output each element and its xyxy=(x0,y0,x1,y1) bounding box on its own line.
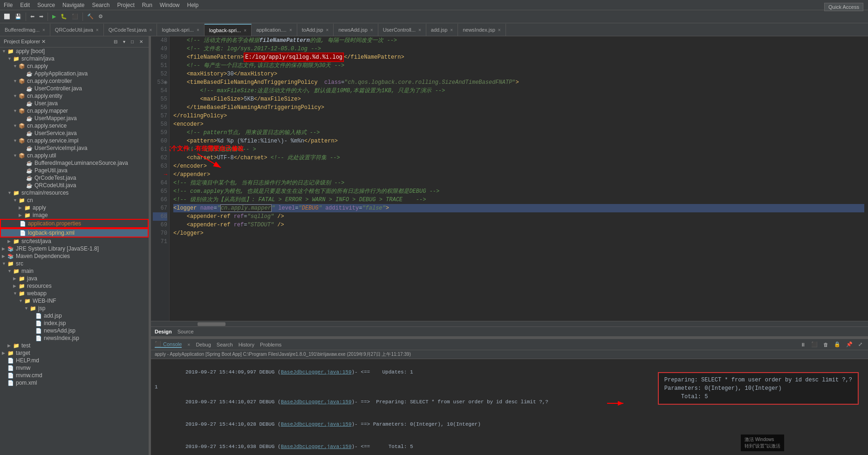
tab-design[interactable]: Design xyxy=(155,329,172,334)
horizontal-scrollbar[interactable] xyxy=(151,321,868,326)
tab-application[interactable]: application.... × xyxy=(252,24,297,36)
tab-console[interactable]: ⬛ Console xyxy=(155,341,182,348)
close-icon[interactable]: × xyxy=(244,28,246,33)
tree-item-newsindexjsp[interactable]: 📄 newsIndex.jsp xyxy=(0,334,149,342)
console-pin-btn[interactable]: 📌 xyxy=(844,340,854,348)
sidebar-close-btn[interactable]: □ xyxy=(129,38,136,45)
tree-item-usermapper[interactable]: ☕ UserMapper.java xyxy=(0,115,149,122)
tree-item-mvnwcmd[interactable]: 📄 mvnw.cmd xyxy=(0,372,149,379)
tree-item-webapp[interactable]: ▼ 📁 webapp xyxy=(0,290,149,297)
close-icon[interactable]: × xyxy=(197,27,199,33)
toolbar-btn-debug[interactable]: 🐛 xyxy=(59,13,69,20)
menu-search[interactable]: Search xyxy=(88,2,113,8)
tree-item-resources2[interactable]: ▶ 📁 resources xyxy=(0,282,149,290)
tree-item-entity[interactable]: ▼ 📦 cn.apply.entity xyxy=(0,92,149,100)
tree-item-user[interactable]: ☕ User.java xyxy=(0,100,149,107)
tab-source[interactable]: Source xyxy=(178,329,194,334)
tree-item-testjava[interactable]: ▶ 📁 src/test/java xyxy=(0,238,149,245)
tree-item-apply-res[interactable]: ▶ 📁 apply xyxy=(0,204,149,211)
tab-logback2[interactable]: logback-spri... × xyxy=(205,24,252,36)
menu-source[interactable]: Source xyxy=(34,2,59,8)
tree-item-java2[interactable]: ▶ 📁 java xyxy=(0,275,149,282)
tree-item-usercontroller[interactable]: ☕ UserController.java xyxy=(0,85,149,92)
menu-help[interactable]: Help xyxy=(184,2,203,8)
tab-newsadd[interactable]: newsAdd.jsp × xyxy=(334,24,378,36)
menu-navigate[interactable]: Navigate xyxy=(59,2,88,8)
tree-item-resources[interactable]: ▼ 📁 src/main/resources xyxy=(0,189,149,197)
tree-item-cn[interactable]: ▼ 📁 cn xyxy=(0,197,149,204)
code-editor[interactable]: 48 49 50 51 52 53◉ 54 55 56 57 58 59 60 … xyxy=(151,36,868,326)
tree-item-buffered[interactable]: ☕ BufferedImageLuminanceSource.java xyxy=(0,159,149,167)
toolbar-btn-stop[interactable]: ⬛ xyxy=(70,13,80,20)
tree-item-userserviceimpl[interactable]: ☕ UserServiceImpl.java xyxy=(0,144,149,152)
toolbar-btn-1[interactable]: ⬜ xyxy=(2,13,12,20)
console-stop-btn[interactable]: ⬛ xyxy=(809,340,820,348)
tree-item-helpmd[interactable]: 📄 HELP.md xyxy=(0,357,149,364)
tree-item-src[interactable]: ▼ 📁 src xyxy=(0,260,149,267)
toolbar-btn-run[interactable]: ▶ xyxy=(50,13,58,20)
close-icon[interactable]: × xyxy=(96,27,99,33)
menu-window[interactable]: Window xyxy=(156,2,184,8)
tree-item-mapper[interactable]: ▼ 📦 cn.apply.mapper xyxy=(0,107,149,115)
tree-item-pomxml[interactable]: 📄 pom.xml xyxy=(0,379,149,387)
console-link[interactable]: BaseJdbcLogger.java:159 xyxy=(281,444,352,449)
tab-newsindex[interactable]: newsIndex.jsp × xyxy=(458,24,506,36)
close-icon[interactable]: × xyxy=(150,27,152,33)
tree-item-util[interactable]: ▼ 📦 cn.apply.util xyxy=(0,152,149,159)
tab-debug[interactable]: Debug xyxy=(196,342,211,347)
tree-item-appprops[interactable]: 📄 application.properties xyxy=(0,219,149,228)
tree-item-cnapply[interactable]: ▼ 📦 cn.apply xyxy=(0,62,149,70)
tree-item-pageutil[interactable]: ☕ PageUtil.java xyxy=(0,167,149,174)
close-icon[interactable]: × xyxy=(450,27,453,33)
toolbar-btn-3[interactable]: ⬅ xyxy=(28,13,36,20)
console-link[interactable]: BaseJdbcLogger.java:159 xyxy=(281,369,352,375)
tree-item-srcmainjava[interactable]: ▼ 📁 src/main/java xyxy=(0,55,149,62)
tree-item-jsp[interactable]: ▼ 📁 jsp xyxy=(0,305,149,312)
tab-logback1[interactable]: logback-spri... × xyxy=(157,24,204,36)
tree-item-qrcodetest[interactable]: ☕ QrCodeTest.java xyxy=(0,174,149,182)
tree-item-service[interactable]: ▼ 📦 cn.apply.service xyxy=(0,122,149,129)
menu-project[interactable]: Project xyxy=(113,2,138,8)
tree-item-controller[interactable]: ▼ 📦 cn.apply.controller xyxy=(0,77,149,85)
tree-item-apply[interactable]: ▼ 📁 apply [boot] xyxy=(0,48,149,55)
tree-item-maven[interactable]: ▶ 📚 Maven Dependencies xyxy=(0,252,149,260)
menu-run[interactable]: Run xyxy=(138,2,156,8)
tree-item-applyapp[interactable]: ☕ ApplyApplication.java xyxy=(0,70,149,77)
tree-item-main[interactable]: ▼ 📁 main xyxy=(0,267,149,275)
toolbar-btn-2[interactable]: 💾 xyxy=(13,13,23,20)
close-icon[interactable]: × xyxy=(326,27,329,33)
close-icon[interactable]: × xyxy=(370,27,373,33)
tab-problems[interactable]: Problems xyxy=(260,342,281,347)
console-expand-btn[interactable]: ⤢ xyxy=(856,340,864,348)
tree-item-target[interactable]: ▶ 📁 target xyxy=(0,349,149,357)
sidebar-collapse-btn[interactable]: ⊟ xyxy=(112,38,119,45)
tab-history[interactable]: History xyxy=(239,342,254,347)
toolbar-btn-6[interactable]: ⚙ xyxy=(96,13,105,20)
tree-item-userservice[interactable]: ☕ UserService.java xyxy=(0,129,149,137)
tree-item-mvnw[interactable]: 📄 mvnw xyxy=(0,364,149,372)
console-link[interactable]: BaseJdbcLogger.java:159 xyxy=(281,421,352,427)
tab-bufferedimag[interactable]: BufferedImag... × xyxy=(0,24,50,36)
close-icon[interactable]: × xyxy=(289,27,292,33)
quick-access-button[interactable]: Quick Access xyxy=(824,3,863,11)
close-icon[interactable]: × xyxy=(498,27,501,33)
console-clear-btn[interactable]: 🗑 xyxy=(821,340,830,348)
tree-item-indexjsp[interactable]: 📄 index.jsp xyxy=(0,319,149,327)
tree-item-addjsp[interactable]: 📄 add.jsp xyxy=(0,312,149,319)
tree-item-image[interactable]: ▶ 📁 image xyxy=(0,211,149,219)
toolbar-btn-5[interactable]: 🔨 xyxy=(85,13,96,20)
menu-edit[interactable]: Edit xyxy=(16,2,34,8)
tab-usercontrol[interactable]: UserControll... × xyxy=(378,24,426,36)
tree-item-logback[interactable]: 📄 logback-spring.xml xyxy=(0,228,149,238)
code-content[interactable]: 这个文件，有些需要自己修改 <!-- 活动文件的名字会根据fileNamePat… xyxy=(170,36,868,321)
tab-qrcodeutil[interactable]: QRCodeUtil.java × xyxy=(50,24,104,36)
tree-item-webinf[interactable]: ▼ 📁 WEB-INF xyxy=(0,297,149,305)
sidebar-menu-btn[interactable]: ▾ xyxy=(121,38,127,45)
tree-item-qrcodeutil[interactable]: ☕ QRCodeUtil.java xyxy=(0,182,149,189)
menu-file[interactable]: File xyxy=(0,2,16,8)
tab-qrcodetest[interactable]: QrCodeTest.java × xyxy=(104,24,157,36)
sidebar-minimize-btn[interactable]: ✕ xyxy=(137,38,145,45)
close-icon[interactable]: × xyxy=(42,27,45,33)
console-link[interactable]: BaseJdbcLogger.java:159 xyxy=(281,399,352,405)
tab-add[interactable]: add.jsp × xyxy=(426,24,458,36)
